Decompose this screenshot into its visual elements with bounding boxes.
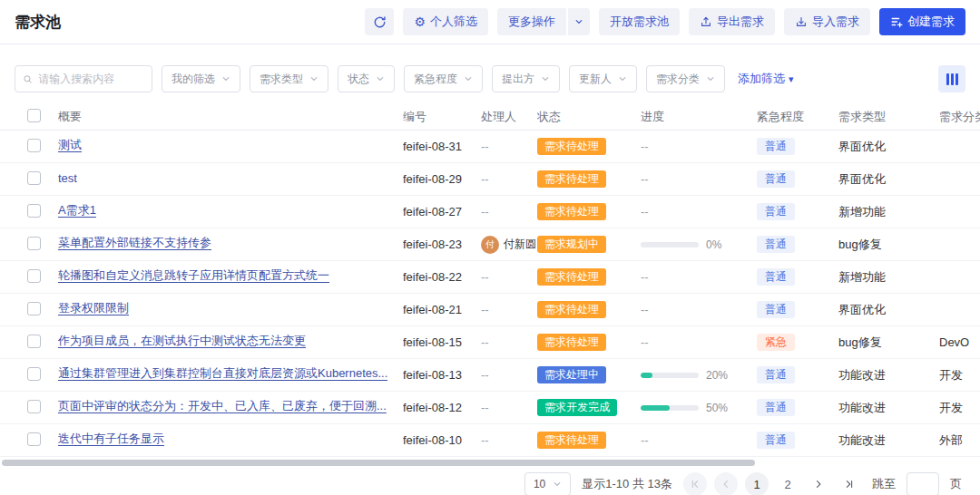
prev-page-button[interactable] — [714, 472, 738, 495]
req-type-cell: 功能改进 — [838, 367, 939, 383]
row-checkbox[interactable] — [27, 432, 41, 446]
more-actions-split-button: 更多操作 — [497, 8, 590, 35]
search-box — [15, 65, 152, 92]
requirement-link[interactable]: test — [58, 171, 77, 185]
horizontal-scrollbar-thumb[interactable] — [2, 460, 755, 466]
chevron-down-icon — [541, 74, 550, 83]
more-actions-caret-button[interactable] — [568, 8, 590, 35]
column-settings-button[interactable] — [938, 65, 965, 92]
table-row[interactable]: 作为项目成员，在测试执行中测试状态无法变更 feifei-08-15 -- 需求… — [0, 326, 980, 359]
filter-dropdown-updater[interactable]: 更新人 — [569, 65, 637, 92]
requirement-link[interactable]: 作为项目成员，在测试执行中测试状态无法变更 — [58, 333, 306, 349]
prev-page-icon — [720, 479, 731, 490]
requirement-link[interactable]: A需求1 — [58, 202, 96, 218]
urgency-tag: 普通 — [757, 399, 795, 416]
page-1-button[interactable]: 1 — [745, 472, 769, 495]
col-header-progress[interactable]: 进度 — [641, 109, 757, 125]
personal-filter-button[interactable]: ⚙ 个人筛选 — [403, 8, 488, 35]
requirement-link[interactable]: 测试 — [58, 137, 82, 153]
filter-bar: 我的筛选 需求类型 状态 紧急程度 提出方 更新人 需求分类 添加筛选 ▾ — [15, 65, 965, 92]
table-row[interactable]: 测试 feifei-08-31 -- 需求待处理 -- 普通 界面优化 — [0, 131, 980, 163]
row-checkbox[interactable] — [27, 335, 41, 348]
row-checkbox[interactable] — [27, 171, 41, 185]
table-row[interactable]: 菜单配置外部链接不支持传参 feifei-08-23 付 付新圆 需求规划中 0… — [0, 228, 980, 261]
import-button[interactable]: 导入需求 — [784, 8, 870, 35]
col-header-req-type[interactable]: 需求类型 — [838, 109, 939, 125]
import-label: 导入需求 — [812, 14, 859, 30]
filter-dropdown-my-filters[interactable]: 我的筛选 — [162, 65, 240, 92]
row-checkbox[interactable] — [27, 237, 41, 250]
requirement-link[interactable]: 迭代中有子任务显示 — [58, 431, 164, 447]
horizontal-scrollbar — [2, 460, 967, 466]
create-button[interactable]: 创建需求 — [879, 8, 965, 35]
table-row[interactable]: 迭代中有子任务显示 feifei-08-10 -- 需求待处理 -- 普通 功能… — [0, 424, 980, 457]
next-page-icon — [813, 479, 824, 490]
caret-down-icon: ▾ — [789, 73, 794, 85]
open-pool-button[interactable]: 开放需求池 — [599, 8, 680, 35]
pagination-summary: 显示1-10 共 13条 — [582, 476, 672, 492]
select-all-checkbox[interactable] — [27, 109, 41, 122]
page-2-button[interactable]: 2 — [776, 472, 799, 495]
status-badge: 需求规划中 — [537, 236, 606, 253]
filter-dropdown-req-category[interactable]: 需求分类 — [646, 65, 725, 92]
requirement-link[interactable]: 登录权限限制 — [58, 300, 129, 316]
table-row[interactable]: 轮播图和自定义消息跳转子应用详情页配置方式统一 feifei-08-22 -- … — [0, 261, 980, 294]
requirement-id: feifei-08-22 — [403, 270, 481, 284]
requirement-id: feifei-08-12 — [403, 401, 481, 414]
last-page-button[interactable] — [838, 472, 861, 495]
progress-cell: 50% — [641, 402, 757, 414]
table-row[interactable]: 页面中评审的状态分为：开发中、已入库、已废弃，便于回溯... feifei-08… — [0, 392, 980, 424]
requirement-link[interactable]: 页面中评审的状态分为：开发中、已入库、已废弃，便于回溯... — [58, 398, 387, 414]
handler-name: 付新圆 — [504, 237, 536, 252]
table-row[interactable]: A需求1 feifei-08-27 -- 需求待处理 -- 普通 新增功能 — [0, 196, 980, 228]
row-checkbox[interactable] — [27, 367, 41, 381]
jump-page-input[interactable] — [906, 472, 939, 495]
create-label: 创建需求 — [907, 14, 955, 30]
col-header-category[interactable]: 需求分类 — [939, 109, 980, 125]
search-input[interactable] — [38, 73, 144, 85]
row-checkbox[interactable] — [27, 139, 41, 152]
row-checkbox[interactable] — [27, 269, 41, 283]
requirement-id: feifei-08-31 — [403, 140, 481, 153]
col-header-urgency[interactable]: 紧急程度 — [757, 109, 838, 125]
chevron-down-icon — [221, 74, 230, 83]
col-header-status[interactable]: 状态 — [537, 109, 641, 125]
table-header-row: 概要 编号 处理人 状态 进度 紧急程度 需求类型 需求分类 — [0, 103, 980, 131]
row-checkbox[interactable] — [27, 204, 41, 218]
progress-cell: -- — [641, 270, 757, 284]
filter-dropdown-urgency[interactable]: 紧急程度 — [404, 65, 483, 92]
col-header-summary[interactable]: 概要 — [58, 109, 403, 125]
table-row[interactable]: 通过集群管理进入到集群控制台直接对底层资源或Kubernetes... feif… — [0, 359, 980, 392]
row-checkbox[interactable] — [27, 302, 41, 315]
more-actions-button[interactable]: 更多操作 — [497, 8, 566, 35]
page-size-select[interactable]: 10 — [524, 472, 571, 495]
col-header-handler[interactable]: 处理人 — [481, 109, 537, 125]
next-page-button[interactable] — [807, 472, 830, 495]
topbar: 需求池 ⚙ 个人筛选 更多操作 开放需求池 导出需 — [0, 0, 980, 44]
add-filter-button[interactable]: 添加筛选 ▾ — [738, 71, 794, 87]
requirement-link[interactable]: 通过集群管理进入到集群控制台直接对底层资源或Kubernetes... — [58, 365, 387, 382]
filter-dropdown-req-type[interactable]: 需求类型 — [250, 65, 328, 92]
status-badge: 需求待处理 — [537, 334, 606, 351]
row-checkbox[interactable] — [27, 400, 41, 413]
filter-dropdown-proposer[interactable]: 提出方 — [492, 65, 560, 92]
export-button[interactable]: 导出需求 — [689, 8, 775, 35]
requirement-link[interactable]: 轮播图和自定义消息跳转子应用详情页配置方式统一 — [58, 267, 329, 284]
req-type-cell: 功能改进 — [838, 400, 939, 416]
create-icon — [890, 15, 903, 28]
handler-cell: -- — [481, 140, 537, 153]
col-header-code[interactable]: 编号 — [403, 109, 481, 125]
table-row[interactable]: test feifei-08-29 -- 需求待处理 -- 普通 界面优化 — [0, 163, 980, 196]
req-type-cell: 界面优化 — [838, 171, 939, 188]
filter-dropdown-status[interactable]: 状态 — [338, 65, 395, 92]
table-row[interactable]: 登录权限限制 feifei-08-21 -- 需求待处理 -- 普通 界面优化 — [0, 294, 980, 326]
progress-bar — [641, 373, 699, 378]
urgency-tag: 普通 — [757, 203, 795, 220]
requirement-id: feifei-08-15 — [403, 335, 481, 349]
avatar: 付 — [481, 236, 499, 254]
first-page-button[interactable] — [683, 472, 707, 495]
requirement-link[interactable]: 菜单配置外部链接不支持传参 — [58, 235, 211, 251]
progress-cell: -- — [641, 433, 757, 447]
chevron-down-icon — [309, 74, 318, 83]
refresh-button[interactable] — [365, 8, 394, 35]
